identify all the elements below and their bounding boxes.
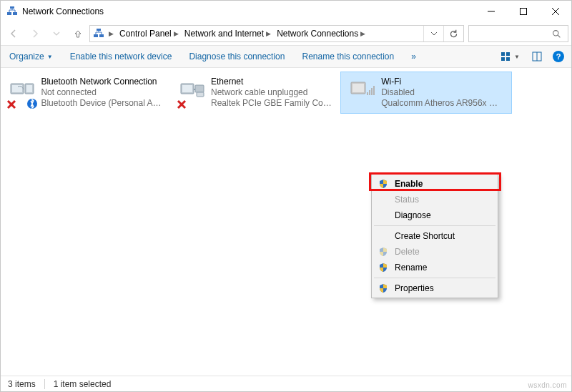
svg-rect-35 (371, 88, 373, 95)
error-x-icon (6, 99, 16, 109)
diagnose-label: Diagnose this connection (189, 52, 285, 62)
breadcrumb-item-2[interactable]: Network Connections▶ (275, 29, 367, 39)
connection-item[interactable]: Wi-Fi Disabled Qualcomm Atheros AR956x W… (341, 72, 511, 113)
refresh-button[interactable] (443, 26, 463, 41)
address-bar[interactable]: ▶ Control Panel▶ Network and Internet▶ N… (89, 25, 464, 42)
minimize-button[interactable] (475, 1, 507, 22)
maximize-button[interactable] (507, 1, 539, 22)
diagnose-connection-button[interactable]: Diagnose this connection (187, 49, 286, 64)
recent-locations-button[interactable] (46, 24, 66, 43)
address-icon (93, 28, 104, 39)
nav-back-button[interactable] (4, 24, 24, 43)
content-area: Bluetooth Network Connection Not connect… (1, 68, 571, 376)
connection-icon (348, 77, 377, 108)
toolbar-overflow-button[interactable]: » (410, 49, 418, 64)
breadcrumb-label: Control Panel (119, 29, 172, 39)
svg-rect-26 (182, 85, 192, 92)
svg-rect-28 (197, 92, 204, 97)
separator (44, 379, 45, 389)
svg-rect-27 (195, 85, 204, 92)
context-menu-item[interactable]: Properties (373, 280, 496, 296)
uac-shield-icon (378, 283, 389, 294)
context-menu-label: Delete (395, 247, 420, 257)
window-controls (475, 1, 571, 22)
context-menu-label: Create Shortcut (395, 231, 455, 241)
search-input[interactable] (469, 28, 548, 39)
svg-rect-8 (99, 34, 104, 37)
svg-rect-0 (7, 12, 11, 15)
nav-forward-button[interactable] (25, 24, 45, 43)
breadcrumb-label: Network and Internet (184, 29, 264, 39)
status-selected-count: 1 item selected (54, 379, 112, 389)
nav-up-button[interactable] (68, 24, 88, 43)
address-row: ▶ Control Panel▶ Network and Internet▶ N… (1, 22, 571, 45)
breadcrumb-item-1[interactable]: Network and Internet▶ (183, 29, 272, 39)
svg-rect-34 (369, 90, 370, 95)
context-menu-label: Rename (395, 263, 427, 273)
separator (374, 278, 495, 278)
help-button[interactable]: ? (553, 51, 564, 62)
separator (374, 225, 495, 226)
enable-device-button[interactable]: Enable this network device (69, 49, 174, 64)
breadcrumb-item-0[interactable]: Control Panel▶ (118, 29, 180, 39)
organize-menu[interactable]: Organize▼ (8, 49, 54, 64)
context-menu-label: Properties (395, 283, 434, 293)
chevron-right-icon: ▶ (266, 30, 271, 37)
connection-icon (8, 77, 36, 108)
enable-label: Enable this network device (70, 52, 172, 62)
context-menu-label: Diagnose (395, 210, 431, 220)
svg-rect-12 (501, 52, 505, 56)
bluetooth-icon (26, 98, 38, 109)
connection-name: Wi-Fi (381, 77, 504, 87)
svg-rect-13 (506, 52, 510, 56)
svg-rect-4 (520, 9, 526, 15)
rename-label: Rename this connection (302, 52, 394, 62)
context-menu-item: Status (373, 192, 496, 207)
chevron-right-icon: ▶ (109, 30, 114, 37)
svg-rect-36 (373, 86, 375, 95)
chevron-right-icon: ▶ (360, 30, 365, 37)
view-mode-button[interactable]: ▼ (500, 51, 521, 62)
connection-body: Wi-Fi Disabled Qualcomm Atheros AR956x W… (381, 77, 504, 109)
error-x-icon (177, 99, 187, 109)
status-item-count: 3 items (8, 379, 36, 389)
context-menu-item[interactable]: Enable (373, 176, 496, 192)
connection-status: Network cable unplugged (211, 87, 334, 98)
rename-connection-button[interactable]: Rename this connection (300, 49, 395, 64)
svg-line-11 (558, 35, 560, 37)
connection-device: Bluetooth Device (Personal Area ... (41, 98, 164, 109)
chevron-right-icon: ▶ (174, 30, 179, 37)
svg-rect-2 (10, 6, 14, 9)
svg-rect-15 (506, 57, 510, 61)
connection-item[interactable]: Ethernet Network cable unplugged Realtek… (171, 72, 341, 113)
overflow-label: » (411, 52, 416, 62)
connection-name: Ethernet (211, 77, 334, 87)
app-icon (6, 6, 18, 17)
connection-status: Not connected (41, 87, 164, 98)
connection-status: Disabled (381, 87, 504, 98)
connection-item[interactable]: Bluetooth Network Connection Not connect… (1, 72, 171, 113)
search-icon[interactable] (548, 29, 565, 39)
connection-body: Ethernet Network cable unplugged Realtek… (211, 77, 334, 109)
svg-point-10 (553, 30, 558, 35)
address-dropdown-button[interactable] (423, 26, 443, 41)
connections-list: Bluetooth Network Connection Not connect… (1, 72, 571, 113)
context-menu-label: Enable (395, 179, 423, 189)
search-box[interactable] (468, 25, 568, 42)
uac-shield-icon (378, 246, 389, 258)
window-title: Network Connections (22, 6, 475, 16)
close-button[interactable] (539, 1, 571, 22)
svg-rect-9 (97, 29, 101, 31)
connection-device: Realtek PCIe GBE Family Controller (211, 98, 334, 109)
context-menu-item: Delete (373, 244, 496, 260)
preview-pane-button[interactable] (531, 51, 543, 62)
context-menu-item[interactable]: Diagnose (373, 207, 496, 223)
connection-body: Bluetooth Network Connection Not connect… (41, 77, 164, 109)
context-menu-item[interactable]: Rename (373, 260, 496, 275)
breadcrumb-root-chevron[interactable]: ▶ (107, 30, 115, 37)
context-menu-label: Status (395, 195, 419, 205)
title-bar: Network Connections (1, 1, 571, 22)
context-menu-item[interactable]: Create Shortcut (373, 228, 496, 244)
breadcrumb-label: Network Connections (277, 29, 358, 39)
connection-device: Qualcomm Atheros AR956x Wirel... (381, 98, 504, 109)
